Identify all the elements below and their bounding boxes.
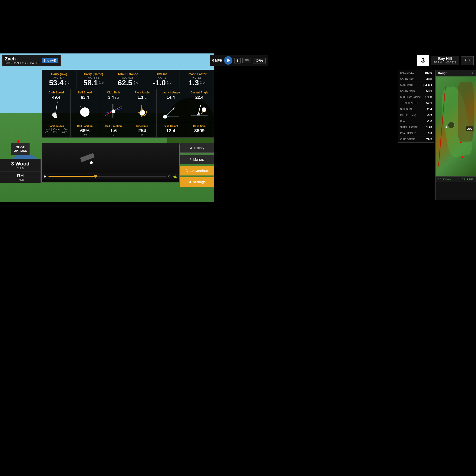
metric-ball-speed: Ball Speed 63.4	[71, 89, 99, 123]
rs-carry-raw: CARRY (raw) 48.8	[398, 76, 434, 82]
metric-face-angle-img	[130, 101, 154, 121]
ball-speed-svg	[78, 101, 92, 121]
stat-smash-val: 1.3	[188, 79, 199, 86]
bot-back-spin: Back Spin 3809	[185, 123, 214, 137]
club-trail	[80, 153, 95, 162]
hand-name: RH	[2, 173, 38, 178]
mulligan-icon: ↺	[188, 158, 191, 161]
video-progress-thumb[interactable]	[94, 175, 97, 178]
video-progress-bar[interactable]	[48, 176, 166, 177]
stat-smash: Smash Factor AVG 1.3 1.3 ▲▼ 0	[179, 70, 214, 89]
hole-name: Bay Hill	[434, 57, 456, 61]
stat-carry-raw-title: Carry (raw)	[45, 72, 73, 76]
bot-peak-height: Peak Height 12.4	[157, 123, 185, 137]
video-content	[42, 143, 179, 173]
video-loop-icon[interactable]: ⟳	[168, 174, 171, 178]
rs-club-path: CLUB PATH 3.4 O-I	[398, 82, 434, 88]
stat-carry-game: Carry (Game) AVG 58.1 58.1 ▲▼ 0	[76, 70, 111, 89]
bot-side-spin-title: Side Spin	[130, 125, 154, 127]
rs-face-target-val: 1.1 C	[425, 95, 432, 99]
stat-total-dist-arrows[interactable]: ▲▼	[133, 80, 136, 85]
rs-hla-val: -1.6	[427, 119, 432, 123]
metric-club-path: Club Path 3.4 I-O	[99, 89, 128, 123]
rs-offline-raw: OFFLINE (raw) -0.9	[398, 112, 434, 118]
stat-offline-title: OffLine	[148, 72, 176, 76]
decent-angle-svg	[190, 102, 209, 120]
stat-total-dist: Total Distance AVG 62.5 62.5 ▲▼ 0	[111, 70, 145, 89]
more-button[interactable]: ⋮⋮	[461, 56, 474, 65]
stat-carry-raw-val: 53.4	[49, 79, 64, 86]
bot-ball-direction-title: Ball Direction	[101, 125, 126, 127]
player-score: 2nd (+4)	[42, 58, 58, 63]
stat-offline: OffLine AVG -1 -1.0 ▲▼ 0	[145, 70, 179, 89]
hole-par: PAR 4	[434, 61, 442, 64]
stat-carry-raw: Carry (raw) AVG 53.4 53.4 ▲▼ 0	[42, 70, 76, 89]
hand-display: RH HAND	[0, 172, 41, 183]
metric-face-angle-val: 1.1 C	[130, 95, 154, 100]
stat-total-dist-title: Total Distance	[114, 72, 142, 76]
metric-club-speed: Club Speed 49.4	[42, 89, 71, 123]
settings-button[interactable]: ⚙ Settings	[180, 177, 214, 187]
metric-club-path-img	[101, 101, 126, 121]
map-panel: Rough ▼ 207 3.2° DOWN 0.9° LEFT	[435, 70, 476, 200]
player-info: Zach Shot 2 299.1 YDS ▼4FT 5 2nd (+4)	[2, 55, 61, 66]
map-dropdown[interactable]: ▼	[471, 72, 474, 74]
map-dot-1	[460, 142, 462, 143]
stat-carry-game-arrows[interactable]: ▲▼	[99, 80, 101, 85]
play-button[interactable]	[224, 56, 232, 65]
continue-button[interactable]: ⏱ 19 Continue	[180, 166, 214, 175]
map-image: 207	[436, 76, 476, 176]
map-footer: 3.2° DOWN 0.9° LEFT	[436, 176, 476, 182]
map-distance: 207	[466, 126, 474, 131]
right-stats-panel: BALL SPEED 102.0 CARRY (raw) 48.8 CLUB P…	[398, 70, 434, 143]
bot-back-spin-title: Back Spin	[187, 125, 212, 127]
video-flag-icon[interactable]: ⛳	[173, 174, 177, 178]
player-name: Zach	[5, 56, 39, 62]
map-target-circle	[448, 121, 455, 129]
launch-angle-svg	[162, 102, 180, 120]
bot-position-avg: Position Avg Heel | Center | Toe 0% 0% 1…	[42, 123, 71, 137]
top-bar: Zach Shot 2 299.1 YDS ▼4FT 5 2nd (+4) 0 …	[0, 53, 476, 68]
center-controls: 0 MPH E ⌨ IDRA	[210, 55, 268, 66]
e-badge[interactable]: E	[234, 58, 240, 64]
metric-club-speed-val: 49.4	[44, 95, 68, 100]
history-label: History	[194, 146, 204, 150]
action-buttons: ↺ History ↺ Mulligan ⏱ 19 Continue ⚙ Set…	[180, 143, 214, 187]
bot-ball-direction-sub: L	[101, 133, 126, 136]
shot-options-button[interactable]: SHOT OPTIONS	[11, 143, 30, 155]
player-distance: 299.1 YDS	[14, 62, 28, 65]
rs-ball-speed: BALL SPEED 102.0	[398, 70, 434, 76]
video-play-button[interactable]: ▶	[44, 174, 47, 178]
mulligan-label: Mulligan	[193, 158, 205, 161]
stat-smash-title: Smash Factor	[182, 72, 211, 76]
rs-ball-speed-val: 102.0	[425, 71, 432, 75]
club-label: CLUB	[2, 167, 38, 170]
metric-decent-angle-val: 22.4	[187, 95, 212, 100]
svg-point-4	[80, 107, 89, 117]
bot-ball-direction-val: 1.6	[101, 128, 126, 133]
stat-smash-arrows[interactable]: ▲▼	[200, 80, 202, 85]
metric-face-angle-title: Face Angle	[130, 91, 154, 94]
history-button[interactable]: ↺ History	[180, 143, 214, 153]
keyboard-icon[interactable]: ⌨	[242, 58, 251, 63]
svg-line-6	[80, 105, 81, 107]
metric-launch-angle-title: Launch Angle	[158, 91, 183, 94]
top-stats-row: Carry (raw) AVG 53.4 53.4 ▲▼ 0 Carry (Ga…	[42, 70, 214, 89]
hole-number: 3	[417, 55, 429, 66]
map-down-angle: 3.2° DOWN	[438, 178, 451, 181]
mulligan-button[interactable]: ↺ Mulligan	[180, 154, 214, 164]
map-title: Rough	[438, 71, 447, 75]
rs-hla: HLA -1.6	[398, 118, 434, 124]
history-icon: ↺	[190, 146, 192, 150]
video-progress-fill	[48, 176, 96, 177]
bottom-metrics-row: Position Avg Heel | Center | Toe 0% 0% 1…	[42, 123, 214, 137]
stats-panel: Carry (raw) AVG 53.4 53.4 ▲▼ 0 Carry (Ga…	[42, 70, 214, 137]
clock-icon: ⏱	[185, 169, 188, 173]
stat-offline-arrows[interactable]: ▲▼	[167, 80, 169, 85]
stat-carry-game-val: 58.1	[84, 79, 98, 86]
position-vals: 0% 0% 100%	[44, 131, 68, 133]
shot-label: Shot 2	[5, 62, 12, 65]
stat-carry-raw-arrows[interactable]: ▲▼	[64, 80, 67, 85]
video-panel: ▶ ⟳ ⛳	[42, 143, 179, 183]
rs-smash-factor: SMASH FACTOR 1.28	[398, 124, 434, 130]
